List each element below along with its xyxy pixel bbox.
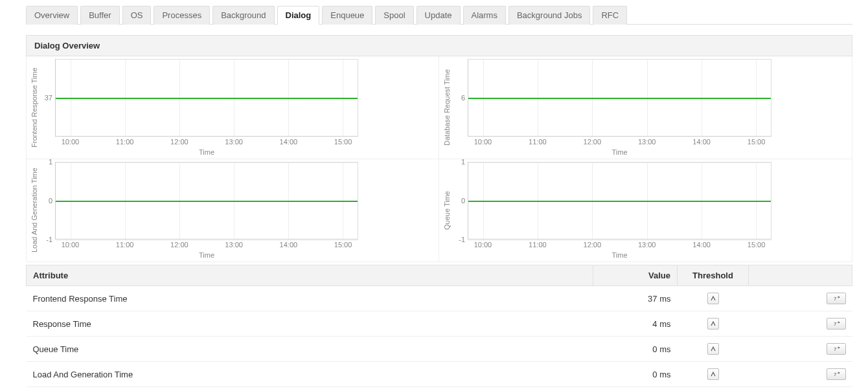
chart-xticks: 10:0011:0012:0013:0014:0015:00 [468, 137, 771, 148]
chart-ytick: -1 [459, 236, 465, 243]
chart-xlabel: Time [55, 251, 358, 259]
chart-ytick: -1 [46, 236, 52, 243]
table-row: Frontend Response Time37 ms7 [27, 286, 852, 311]
chart-load-and-generation-time: Load And Generation Time-10110:0011:0012… [27, 159, 439, 262]
chart-xticks: 10:0011:0012:0013:0014:0015:00 [55, 240, 358, 251]
tab-update[interactable]: Update [417, 6, 461, 25]
chart-xtick: 13:00 [225, 241, 243, 249]
chart-xticks: 10:0011:0012:0013:0014:0015:00 [55, 137, 358, 148]
tab-os[interactable]: OS [122, 6, 152, 25]
chart-xtick: 14:00 [280, 241, 298, 249]
chart-xticks: 10:0011:0012:0013:0014:0015:00 [468, 240, 771, 251]
chart-ytick: 1 [49, 158, 52, 166]
chart-plot-area[interactable] [468, 59, 771, 137]
tab-background-jobs[interactable]: Background Jobs [508, 6, 590, 25]
chart-xtick: 14:00 [692, 241, 711, 249]
column-header-action [749, 265, 852, 286]
chart-xtick: 15:00 [334, 241, 352, 249]
column-header-threshold[interactable]: Threshold [678, 265, 749, 286]
chart-xlabel: Time [468, 148, 771, 156]
chart-ytick: 0 [461, 197, 465, 205]
edit-thresholds-icon[interactable] [707, 293, 719, 304]
attribute-value: 37 ms [593, 286, 678, 311]
chart-series-line [468, 201, 771, 202]
chart-series-line [56, 201, 358, 202]
edit-thresholds-icon[interactable] [707, 343, 719, 355]
table-row: Response Time4 ms7 [27, 311, 852, 337]
charts-grid: Frontend Response Time3710:0011:0012:001… [26, 56, 852, 262]
chart-xtick: 13:00 [638, 138, 656, 146]
svg-text:7: 7 [834, 321, 837, 327]
chart-xtick: 13:00 [638, 241, 656, 249]
tab-enqueue[interactable]: Enqueue [322, 6, 372, 25]
chart-xtick: 15:00 [748, 138, 766, 146]
svg-text:7: 7 [834, 346, 837, 352]
chart-plot-area[interactable] [468, 162, 771, 240]
column-header-value[interactable]: Value [593, 265, 678, 286]
chart-xtick: 11:00 [529, 241, 547, 249]
chart-queue-time: Queue Time-10110:0011:0012:0013:0014:001… [439, 159, 852, 262]
tab-processes[interactable]: Processes [154, 6, 210, 25]
tab-spool[interactable]: Spool [375, 6, 413, 25]
chart-yticks: 6 [452, 59, 468, 156]
column-header-attribute[interactable]: Attribute [27, 265, 593, 286]
tab-buffer[interactable]: Buffer [80, 6, 119, 25]
tab-background[interactable]: Background [212, 6, 274, 25]
chart-xtick: 12:00 [584, 241, 602, 249]
seven-day-history-icon[interactable]: 7 [827, 368, 846, 380]
chart-series-line [468, 98, 771, 99]
chart-xtick: 12:00 [170, 138, 188, 146]
chart-xtick: 11:00 [529, 138, 547, 146]
attribute-name: Load And Generation Time [27, 362, 593, 387]
table-row: Queue Time0 ms7 [27, 337, 852, 362]
chart-xtick: 13:00 [225, 138, 243, 146]
tab-rfc[interactable]: RFC [593, 6, 627, 25]
chart-plot-area[interactable] [55, 59, 358, 137]
seven-day-history-icon[interactable]: 7 [827, 318, 846, 330]
chart-xtick: 11:00 [116, 241, 134, 249]
tab-overview[interactable]: Overview [26, 6, 78, 25]
chart-ylabel: Load And Generation Time [29, 162, 40, 259]
edit-thresholds-icon[interactable] [707, 318, 719, 330]
attribute-value: 0 ms [593, 362, 678, 387]
seven-day-history-icon[interactable]: 7 [827, 293, 846, 304]
chart-xtick: 10:00 [62, 138, 80, 146]
chart-xtick: 12:00 [170, 241, 188, 249]
tabs-bar: OverviewBufferOSProcessesBackgroundDialo… [26, 5, 852, 25]
chart-xlabel: Time [468, 251, 771, 259]
attribute-name: Frontend Response Time [27, 286, 593, 311]
chart-ytick: 6 [461, 94, 465, 102]
tab-dialog[interactable]: Dialog [277, 6, 320, 25]
chart-xtick: 10:00 [62, 241, 80, 249]
edit-thresholds-icon[interactable] [707, 368, 719, 380]
chart-yticks: 37 [40, 59, 55, 156]
chart-xtick: 15:00 [748, 241, 766, 249]
attribute-name: Response Time [27, 311, 593, 337]
chart-xtick: 14:00 [280, 138, 298, 146]
tab-alarms[interactable]: Alarms [463, 6, 506, 25]
svg-text:7: 7 [834, 296, 837, 302]
chart-database-request-time: Database Request Time610:0011:0012:0013:… [439, 56, 852, 159]
attribute-table: Attribute Value Threshold Frontend Respo… [26, 265, 852, 387]
chart-ylabel: Queue Time [442, 162, 452, 259]
chart-xtick: 10:00 [474, 241, 492, 249]
chart-xtick: 14:00 [692, 138, 711, 146]
attribute-name: Queue Time [27, 337, 593, 362]
chart-xtick: 10:00 [474, 138, 492, 146]
attribute-value: 0 ms [593, 337, 678, 362]
chart-yticks: -101 [452, 162, 468, 259]
chart-plot-area[interactable] [55, 162, 358, 240]
chart-ytick: 0 [49, 197, 52, 205]
chart-yticks: -101 [40, 162, 55, 259]
table-row: Load And Generation Time0 ms7 [27, 362, 852, 387]
chart-frontend-response-time: Frontend Response Time3710:0011:0012:001… [27, 56, 439, 159]
chart-ylabel: Database Request Time [442, 59, 452, 156]
chart-xtick: 15:00 [334, 138, 352, 146]
chart-xtick: 12:00 [584, 138, 602, 146]
panel-title: Dialog Overview [26, 35, 852, 56]
attribute-value: 4 ms [593, 311, 678, 337]
seven-day-history-icon[interactable]: 7 [827, 343, 846, 355]
chart-xlabel: Time [55, 148, 358, 156]
chart-series-line [56, 98, 358, 99]
chart-ylabel: Frontend Response Time [29, 59, 40, 156]
